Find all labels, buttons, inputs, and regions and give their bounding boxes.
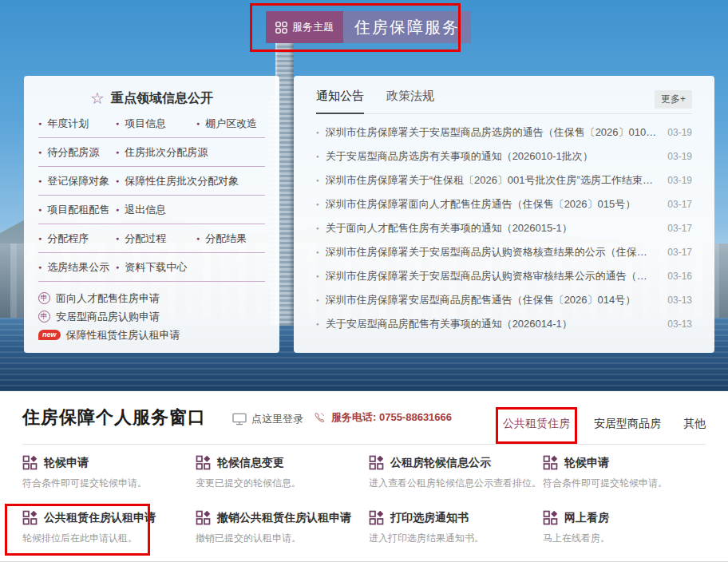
link-selection-publicity[interactable]: 选房结果公示 <box>38 260 116 275</box>
link-annual-plan[interactable]: 年度计划 <box>38 117 116 131</box>
service-desc: 轮候排位后在此申请认租。 <box>22 532 196 545</box>
news-item[interactable]: 深圳市住房保障署关于安居型商品房认购资格核查结果的公示（住保售〔2026〕011… <box>316 240 692 264</box>
login-link[interactable]: 点这里登录 <box>232 412 303 426</box>
personal-service-window: 住房保障个人服务窗口 点这里登录 服务电话: 0755-88631666 公共租… <box>0 391 728 562</box>
service-title: 公租房轮候信息公示 <box>390 456 491 470</box>
link-alloc-result[interactable]: 分配结果 <box>196 232 247 246</box>
service-online-viewing[interactable]: 网上看房 马上在线看房。 <box>543 504 702 559</box>
news-item-date: 03-17 <box>667 199 692 210</box>
header-divider <box>22 444 706 445</box>
apply-links: 申 面向人才配售住房申请 申 安居型商品房认购申请 new 保障性租赁住房认租申… <box>38 289 265 344</box>
link-alloc-procedure[interactable]: 分配程序 <box>38 232 116 246</box>
news-item-date: 03-17 <box>667 223 692 234</box>
news-item[interactable]: 关于安居型商品房配售有关事项的通知（2026014-1） 03-13 <box>316 312 692 336</box>
grid-diamond-icon <box>22 455 38 470</box>
service-title: 网上看房 <box>564 511 609 525</box>
apply-link-label: 安居型商品房认购申请 <box>56 310 160 324</box>
news-item-title[interactable]: 深圳市住房保障署关于安居型商品房认购资格审核结果公示的通告（住保售〔2026〕0… <box>326 269 657 283</box>
service-title: 撤销公共租赁住房认租申请 <box>217 511 351 525</box>
link-registered-targets[interactable]: 登记保障对象 <box>38 174 116 188</box>
page: 服务主题 住房保障服务 ☆ 重点领域信息公开 年度计划 项目信息 棚户区改造 待… <box>0 0 728 562</box>
grid-squares-icon <box>275 22 287 34</box>
apply-circle-icon: 申 <box>38 292 50 304</box>
tab-public-rental[interactable]: 公共租赁住房 <box>503 417 570 431</box>
key-info-title-row: ☆ 重点领域信息公开 <box>24 76 279 109</box>
news-item-title[interactable]: 关于安居型商品房配售有关事项的通知（2026014-1） <box>326 317 657 331</box>
service-waitlist-apply-2[interactable]: 轮候申请 符合条件即可提交轮候申请。 <box>543 449 702 504</box>
news-list: 深圳市住房保障署关于安居型商品房选房的通告（住保售〔2026〕010号批次） 0… <box>316 121 692 336</box>
grid-diamond-icon <box>369 455 384 470</box>
apply-circle-icon: 申 <box>38 311 50 323</box>
service-desc: 符合条件即可提交轮候申请。 <box>543 477 702 490</box>
service-print-notice[interactable]: 打印选房通知书 进入打印选房结果通知书。 <box>369 504 543 559</box>
news-item-title[interactable]: 深圳市住房保障署安居型商品房配售通告（住保售〔2026〕014号） <box>326 293 657 307</box>
link-project-info[interactable]: 项目信息 <box>116 117 196 131</box>
news-item-date: 03-17 <box>667 247 692 258</box>
news-item-title[interactable]: 关于面向人才配售住房有关事项的通知（2026015-1） <box>326 221 657 235</box>
key-info-links: 年度计划 项目信息 棚户区改造 待分配房源 住房批次分配房源 登记保障对象 保障… <box>38 109 265 282</box>
service-rental-application[interactable]: 公共租赁住房认租申请 轮候排位后在此申请认租。 <box>22 504 196 559</box>
service-desc: 马上在线看房。 <box>543 532 702 545</box>
news-item[interactable]: 深圳市住房保障署面向人才配售住房通告（住保售〔2026〕015号） 03-17 <box>316 192 692 216</box>
service-phone: 服务电话: 0755-88631666 <box>313 410 452 425</box>
service-desc: 符合条件即可提交轮候申请。 <box>22 477 196 490</box>
link-download-center[interactable]: 资料下载中心 <box>116 260 187 275</box>
link-batch-housing[interactable]: 住房批次分配房源 <box>116 145 208 160</box>
tab-notices[interactable]: 通知公告 <box>316 89 364 114</box>
star-icon: ☆ <box>90 90 105 106</box>
service-theme-banner: 服务主题 住房保障服务 <box>266 11 471 43</box>
link-project-allocation[interactable]: 项目配租配售 <box>38 203 116 217</box>
link-row: 项目配租配售 退出信息 <box>38 196 265 224</box>
service-cancel-rental-application[interactable]: 撤销公共租赁住房认租申请 撤销已提交的认租申请。 <box>196 504 369 559</box>
apply-link-label: 保障性租赁住房认租申请 <box>66 328 180 342</box>
news-item-title[interactable]: 深圳市住房保障署关于安居型商品房选房的通告（住保售〔2026〕010号批次） <box>326 125 657 140</box>
service-desc: 撤销已提交的认租申请。 <box>196 532 369 545</box>
service-title: 轮候申请 <box>564 456 609 470</box>
grid-diamond-icon <box>543 455 558 470</box>
service-title: 打印选房通知书 <box>390 511 469 525</box>
link-batch-targets[interactable]: 保障性住房批次分配对象 <box>116 174 239 188</box>
link-alloc-process[interactable]: 分配过程 <box>116 232 196 246</box>
news-panel: 通知公告 政策法规 更多+ 深圳市住房保障署关于安居型商品房选房的通告（住保售〔… <box>294 76 714 353</box>
hero-section: 服务主题 住房保障服务 ☆ 重点领域信息公开 年度计划 项目信息 棚户区改造 待… <box>0 0 728 391</box>
news-item[interactable]: 深圳市住房保障署关于安居型商品房认购资格审核结果公示的通告（住保售〔2026〕0… <box>316 264 692 288</box>
service-waitlist-info-change[interactable]: 轮候信息变更 变更已提交的轮候信息。 <box>196 449 369 504</box>
link-exit-info[interactable]: 退出信息 <box>116 203 166 217</box>
service-waitlist-apply-1[interactable]: 轮候申请 符合条件即可提交轮候申请。 <box>22 449 196 504</box>
news-item[interactable]: 深圳市住房保障署关于安居型商品房选房的通告（住保售〔2026〕010号批次） 0… <box>316 121 692 144</box>
news-item-title[interactable]: 深圳市住房保障署面向人才配售住房通告（住保售〔2026〕015号） <box>326 197 657 212</box>
service-desc: 进入查看公租房轮候信息公示查看排位。 <box>369 477 543 490</box>
apply-rental-housing[interactable]: new 保障性租赁住房认租申请 <box>38 326 265 344</box>
news-item-date: 03-19 <box>667 151 692 162</box>
tab-anju-commodity[interactable]: 安居型商品房 <box>594 417 661 431</box>
link-pending-housing[interactable]: 待分配房源 <box>38 145 116 160</box>
key-info-panel: ☆ 重点领域信息公开 年度计划 项目信息 棚户区改造 待分配房源 住房批次分配房… <box>24 76 279 353</box>
tab-policies[interactable]: 政策法规 <box>386 89 434 113</box>
news-item-date: 03-19 <box>667 127 692 138</box>
news-item-title[interactable]: 深圳市住房保障署关于“住保租〔2026〕001号批次住房”选房工作结束的温馨提示 <box>326 173 657 188</box>
link-shantytown[interactable]: 棚户区改造 <box>196 117 257 131</box>
phone-label: 服务电话: 0755-88631666 <box>331 410 452 425</box>
banner-title: 住房保障服务 <box>343 11 471 43</box>
news-item[interactable]: 关于安居型商品房选房有关事项的通知（2026010-1批次） 03-19 <box>316 144 692 168</box>
news-item-title[interactable]: 深圳市住房保障署关于安居型商品房认购资格核查结果的公示（住保售〔2026〕011… <box>326 245 657 259</box>
service-waitlist-publicity[interactable]: 公租房轮候信息公示 进入查看公租房轮候信息公示查看排位。 <box>369 449 543 504</box>
apply-talent-housing[interactable]: 申 面向人才配售住房申请 <box>38 289 265 307</box>
link-row: 年度计划 项目信息 棚户区改造 <box>38 109 265 138</box>
more-button[interactable]: 更多+ <box>655 90 692 109</box>
grid-diamond-icon <box>196 455 211 470</box>
tab-other[interactable]: 其他 <box>683 417 706 431</box>
login-label: 点这里登录 <box>251 412 303 426</box>
news-item[interactable]: 关于面向人才配售住房有关事项的通知（2026015-1） 03-17 <box>316 216 692 240</box>
service-desc: 进入打印选房结果通知书。 <box>369 532 543 545</box>
news-item-date: 03-16 <box>667 271 692 282</box>
service-title: 公共租赁住房认租申请 <box>44 511 156 525</box>
link-row: 待分配房源 住房批次分配房源 <box>38 138 265 167</box>
news-item[interactable]: 深圳市住房保障署安居型商品房配售通告（住保售〔2026〕014号） 03-13 <box>316 288 692 312</box>
news-item[interactable]: 深圳市住房保障署关于“住保租〔2026〕001号批次住房”选房工作结束的温馨提示… <box>316 168 692 192</box>
grid-diamond-icon <box>22 510 38 525</box>
apply-anju-housing[interactable]: 申 安居型商品房认购申请 <box>38 307 265 326</box>
service-title: 轮候信息变更 <box>217 456 284 470</box>
service-desc: 变更已提交的轮候信息。 <box>196 477 369 490</box>
news-item-title[interactable]: 关于安居型商品房选房有关事项的通知（2026010-1批次） <box>326 149 657 164</box>
